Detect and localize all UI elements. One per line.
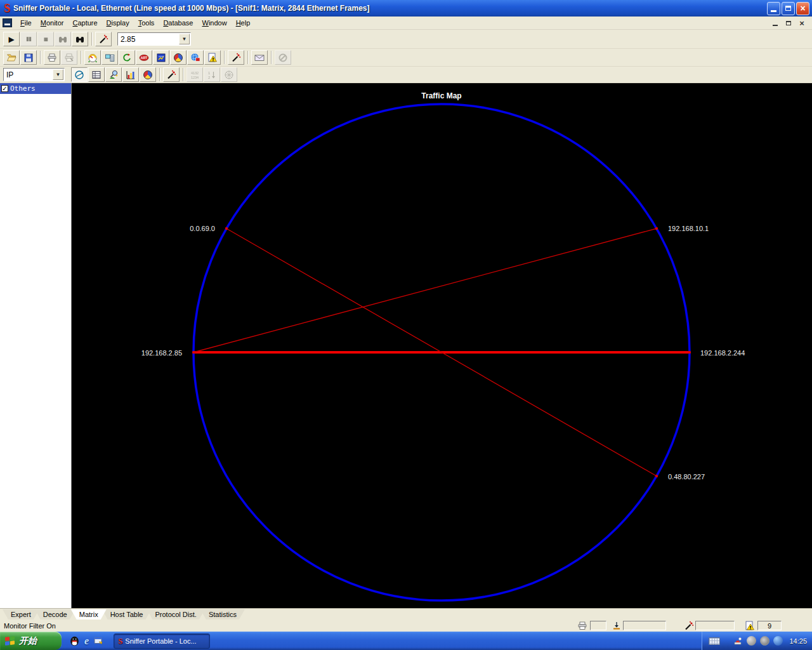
menu-monitor[interactable]: Monitor (36, 17, 69, 29)
detail-view-button[interactable] (88, 67, 105, 82)
separator (159, 68, 160, 81)
capture-toolbar: ▶ ▮▮ ■ 2.85 ▼ (0, 30, 812, 49)
dropdown-arrow-icon[interactable]: ▼ (53, 69, 63, 80)
host-table-button[interactable] (102, 50, 118, 65)
restore-button[interactable] (782, 2, 795, 15)
child-minimize-button[interactable] (770, 18, 780, 27)
mdi-child-icon[interactable] (3, 18, 12, 27)
open-folder-icon (6, 53, 16, 63)
protocol-combobox[interactable]: IP ▼ (3, 68, 65, 81)
magnifier-chart-icon (108, 70, 119, 80)
view-tabbar: Expert Decode Matrix Host Table Protocol… (0, 608, 812, 620)
pie-chart-view-button[interactable] (140, 67, 156, 82)
traffic-map-view-button[interactable] (71, 67, 88, 82)
checkbox-checked-icon[interactable]: ✓ (1, 85, 8, 92)
child-restore-button[interactable] (783, 18, 794, 27)
qq-icon[interactable] (69, 635, 80, 646)
global-statistics-button[interactable] (187, 50, 204, 65)
print-button[interactable] (44, 50, 60, 65)
tab-statistics[interactable]: Statistics (200, 609, 245, 620)
menu-window[interactable]: Window (197, 17, 231, 29)
globe-icon (190, 53, 200, 63)
tab-host-table[interactable]: Host Table (102, 609, 152, 620)
tray-icon-1[interactable] (747, 636, 756, 646)
tab-protocol-dist[interactable]: Protocol Dist. (147, 609, 204, 620)
matrix-button[interactable] (119, 50, 135, 65)
menu-capture[interactable]: Capture (68, 17, 102, 29)
host-table-icon (105, 53, 115, 63)
pause-capture-button[interactable]: ▮▮ (20, 32, 37, 46)
pause-icon: ▮▮ (26, 36, 31, 42)
numbers-icon: 41321234 (190, 70, 200, 80)
ie-icon[interactable]: e (84, 635, 89, 647)
capture-level-icon (612, 621, 622, 631)
alarm-log-icon (207, 53, 218, 63)
filter-status-field (695, 621, 735, 630)
tab-expert[interactable]: Expert (3, 609, 39, 620)
define-filter-button-3[interactable] (163, 67, 180, 82)
start-button[interactable]: 开始 (0, 632, 62, 650)
minimize-icon (771, 10, 776, 12)
menu-database[interactable]: Database (159, 17, 197, 29)
capture-panel-button[interactable] (251, 50, 268, 65)
traffic-map-canvas: 0.0.69.0192.168.10.1192.168.2.85192.168.… (72, 83, 812, 608)
menu-help[interactable]: Help (232, 17, 255, 29)
define-filter-button-2[interactable] (228, 50, 244, 65)
traffic-map-icon (74, 70, 84, 80)
input-method-keyboard-icon[interactable] (709, 637, 720, 645)
separator (224, 51, 225, 64)
define-filter-button[interactable] (95, 32, 112, 46)
tray-agent-icon[interactable] (733, 636, 743, 646)
alarm-log-button[interactable] (204, 50, 221, 65)
bar-chart-view-button[interactable] (122, 67, 139, 82)
protocol-distribution-button[interactable] (170, 50, 187, 65)
dropdown-arrow-icon[interactable]: ▼ (179, 34, 190, 44)
taskbar-window-button[interactable]: S Sniffer Portable - Loc... (114, 633, 210, 649)
sniffer-logo-icon: S (118, 636, 122, 646)
display-capture-button[interactable] (72, 32, 88, 46)
dashboard-button[interactable] (84, 50, 101, 65)
status-bar: Monitor Filter On 9 (0, 620, 812, 632)
envelope-icon (254, 53, 265, 63)
cancel-button[interactable] (275, 50, 291, 65)
menu-display[interactable]: Display (102, 17, 134, 29)
quick-launch: e (69, 635, 103, 647)
tab-decode[interactable]: Decode (35, 609, 75, 620)
art-button[interactable]: ART (136, 50, 152, 65)
separator (81, 51, 82, 64)
tray-network-globe-icon[interactable] (773, 636, 783, 646)
matrix-view: ✓ Others 0.0.69.0192.168.10.1192.168.2.8… (0, 83, 812, 608)
taskbar-window-label: Sniffer Portable - Loc... (125, 637, 196, 645)
top-n-view-button[interactable] (105, 67, 122, 82)
start-capture-button[interactable]: ▶ (3, 32, 20, 46)
child-close-button[interactable]: × (797, 18, 807, 27)
history-samples-button[interactable] (153, 50, 169, 65)
svg-text:4132: 4132 (191, 71, 199, 75)
resolve-addresses-button[interactable]: 41321234 (187, 67, 203, 82)
stop-capture-button[interactable]: ■ (37, 32, 54, 46)
menu-tools[interactable]: Tools (134, 17, 159, 29)
svg-text:0.48.80.227: 0.48.80.227 (668, 473, 705, 481)
mesh-view-button[interactable] (221, 67, 237, 82)
show-desktop-icon[interactable] (93, 636, 103, 646)
capture-gauge-combobox[interactable]: 2.85 ▼ (117, 32, 191, 46)
close-button[interactable]: × (796, 2, 809, 15)
traffic-map-svg[interactable]: 0.0.69.0192.168.10.1192.168.2.85192.168.… (72, 83, 812, 608)
taskbar: 开始 e S Sniffer Portable - Loc... 14:25 (0, 632, 812, 650)
open-button[interactable] (3, 50, 20, 65)
save-button[interactable] (20, 50, 37, 65)
stop-display-button[interactable] (55, 32, 71, 46)
node-list-item-others[interactable]: ✓ Others (0, 83, 71, 94)
sort-button[interactable]: 12 (204, 67, 220, 82)
separator (91, 32, 93, 46)
app-logo-icon: S (4, 3, 10, 14)
tray-icon-2[interactable] (760, 636, 769, 646)
menu-file[interactable]: File (16, 17, 36, 29)
print-report-button[interactable] (61, 50, 77, 65)
title-bar: S Sniffer Portable - Local, Ethernet (Li… (0, 0, 812, 17)
svg-text:1234: 1234 (191, 75, 199, 79)
svg-text:192.168.2.244: 192.168.2.244 (700, 349, 745, 357)
separator (40, 51, 41, 64)
minimize-button[interactable] (767, 2, 780, 15)
tab-matrix[interactable]: Matrix (71, 609, 107, 620)
